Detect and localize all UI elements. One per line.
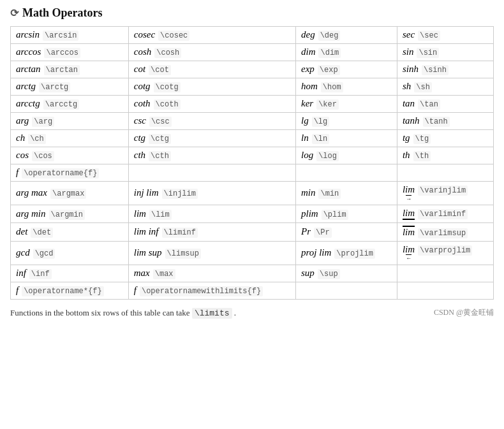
table-cell: coth\coth xyxy=(128,96,295,113)
footer-text-after: . xyxy=(234,308,236,317)
table-cell: cosh\cosh xyxy=(128,44,295,61)
table-cell: tanh\tanh xyxy=(397,113,493,130)
table-cell: lim→\varinjlim xyxy=(397,182,493,205)
table-cell: cth\cth xyxy=(128,147,295,164)
footer-text-before: Functions in the bottom six rows of this… xyxy=(10,308,190,317)
footer-watermark: CSDN @黄金旺铺 xyxy=(434,307,494,318)
table-cell: lim\lim xyxy=(128,205,295,223)
table-row: det\detlim inf\liminfPr\Prlim\varlimsup xyxy=(11,222,494,241)
page-title: ⟳ Math Operators xyxy=(10,6,494,20)
table-cell: hom\hom xyxy=(295,78,397,96)
table-cell: inj lim\injlim xyxy=(128,182,295,205)
table-cell: sh\sh xyxy=(397,78,493,96)
table-cell: gcd\gcd xyxy=(11,241,129,265)
table-row: gcd\gcdlim sup\limsupproj lim\projlimlim… xyxy=(11,241,494,265)
table-cell: min\min xyxy=(295,182,397,205)
table-row: f\operatorname{f} xyxy=(11,164,494,182)
table-cell: arctan\arctan xyxy=(11,61,129,78)
table-cell: arcsin\arcsin xyxy=(11,27,129,44)
table-cell xyxy=(397,164,493,182)
table-cell: cot\cot xyxy=(128,61,295,78)
table-cell: det\det xyxy=(11,222,129,241)
table-row: ch\chctg\ctgln\lntg\tg xyxy=(11,130,494,147)
table-cell: lim\varlimsup xyxy=(397,222,493,241)
table-row: arctan\arctancot\cotexp\expsinh\sinh xyxy=(11,61,494,78)
table-cell: f\operatorname*{f} xyxy=(11,282,129,300)
table-row: arccos\arccoscosh\coshdim\dimsin\sin xyxy=(11,44,494,61)
table-cell: plim\plim xyxy=(295,205,397,223)
table-cell xyxy=(397,282,493,300)
table-cell: exp\exp xyxy=(295,61,397,78)
table-cell xyxy=(295,164,397,182)
refresh-icon: ⟳ xyxy=(10,7,19,19)
table-cell: Pr\Pr xyxy=(295,222,397,241)
table-cell: csc\csc xyxy=(128,113,295,130)
table-cell: cotg\cotg xyxy=(128,78,295,96)
table-cell: tg\tg xyxy=(397,130,493,147)
table-cell: ker\ker xyxy=(295,96,397,113)
table-cell: arg min\argmin xyxy=(11,205,129,223)
table-cell: ch\ch xyxy=(11,130,129,147)
table-row: arcctg\arcctgcoth\cothker\kertan\tan xyxy=(11,96,494,113)
table-cell: f\operatorname{f} xyxy=(11,164,129,182)
table-cell: cos\cos xyxy=(11,147,129,164)
table-cell: log\log xyxy=(295,147,397,164)
table-row: arg max\argmaxinj lim\injlimmin\minlim→\… xyxy=(11,182,494,205)
footer-text: Functions in the bottom six rows of this… xyxy=(10,308,236,318)
table-cell: arg max\argmax xyxy=(11,182,129,205)
table-row: arg min\argminlim\limplim\plimlim\varlim… xyxy=(11,205,494,223)
table-cell: sup\sup xyxy=(295,265,397,282)
table-row: arcsin\arcsincosec\cosecdeg\degsec\sec xyxy=(11,27,494,44)
table-cell: sin\sin xyxy=(397,44,493,61)
footer-limits-cmd: \limits xyxy=(192,308,232,319)
table-cell: sec\sec xyxy=(397,27,493,44)
table-cell: arctg\arctg xyxy=(11,78,129,96)
table-cell: inf\inf xyxy=(11,265,129,282)
table-cell: lim sup\limsup xyxy=(128,241,295,265)
table-cell: lim inf\liminf xyxy=(128,222,295,241)
title-text: Math Operators xyxy=(22,6,102,20)
table-cell: arg\arg xyxy=(11,113,129,130)
footer: Functions in the bottom six rows of this… xyxy=(10,307,494,318)
table-cell: cosec\cosec xyxy=(128,27,295,44)
table-cell: lg\lg xyxy=(295,113,397,130)
table-cell: ctg\ctg xyxy=(128,130,295,147)
table-row: f\operatorname*{f}f\operatornamewithlimi… xyxy=(11,282,494,300)
table-cell: sinh\sinh xyxy=(397,61,493,78)
table-cell: proj lim\projlim xyxy=(295,241,397,265)
table-cell: lim←\varprojlim xyxy=(397,241,493,265)
table-cell xyxy=(397,265,493,282)
table-row: inf\infmax\maxsup\sup xyxy=(11,265,494,282)
table-row: cos\coscth\cthlog\logth\th xyxy=(11,147,494,164)
table-cell xyxy=(128,164,295,182)
table-row: arg\argcsc\csclg\lgtanh\tanh xyxy=(11,113,494,130)
table-cell: arcctg\arcctg xyxy=(11,96,129,113)
table-row: arctg\arctgcotg\cotghom\homsh\sh xyxy=(11,78,494,96)
table-cell: arccos\arccos xyxy=(11,44,129,61)
table-cell: lim\varliminf xyxy=(397,205,493,223)
table-cell: deg\deg xyxy=(295,27,397,44)
table-cell: th\th xyxy=(397,147,493,164)
table-cell: max\max xyxy=(128,265,295,282)
table-cell: tan\tan xyxy=(397,96,493,113)
table-cell: f\operatornamewithlimits{f} xyxy=(128,282,295,300)
table-cell: dim\dim xyxy=(295,44,397,61)
math-operators-table: arcsin\arcsincosec\cosecdeg\degsec\secar… xyxy=(10,26,494,300)
table-cell xyxy=(295,282,397,300)
table-cell: ln\ln xyxy=(295,130,397,147)
